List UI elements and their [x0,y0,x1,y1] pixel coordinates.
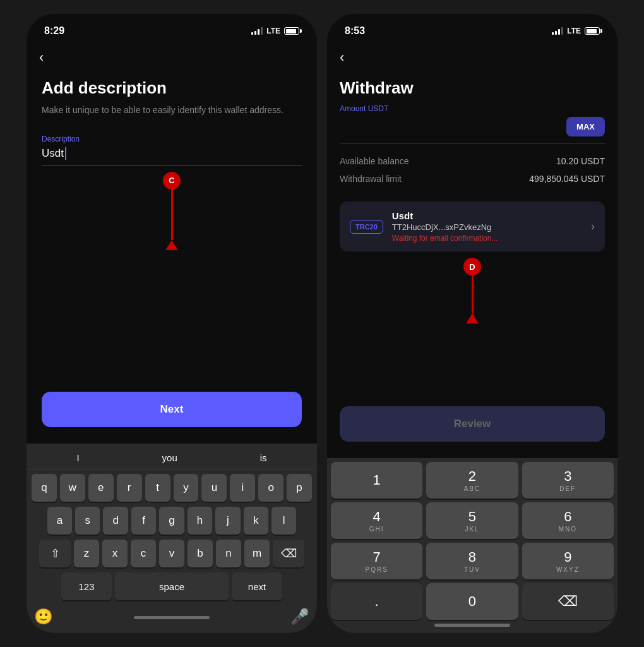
key-2[interactable]: 2ABC [426,462,518,499]
key-w[interactable]: w [60,474,85,502]
key-x[interactable]: x [102,540,128,567]
key-p[interactable]: p [287,474,312,502]
wallet-status: Waiting for email confirmation... [392,234,582,243]
key-9[interactable]: 9WXYZ [522,543,614,579]
keyboard-row-1: q w e r t y u i o p [32,474,312,502]
back-arrow-left[interactable]: ‹ [39,49,44,65]
trc20-badge: TRC20 [350,220,383,234]
review-button[interactable]: Review [340,406,605,442]
home-indicator-right [434,624,510,627]
key-i[interactable]: i [230,474,255,502]
back-arrow-right[interactable]: ‹ [340,49,344,65]
key-backspace[interactable]: ⌫ [273,540,304,567]
keyboard-row-4: 123 space next [32,572,312,600]
key-v[interactable]: v [159,540,184,567]
wallet-name: Usdt [392,210,582,221]
key-b[interactable]: b [188,540,213,567]
wallet-card[interactable]: TRC20 Usdt TT2HuccDjX...sxPZvkezNg Waiti… [340,202,605,251]
wallet-chevron-icon: › [591,220,595,233]
key-num-backspace[interactable]: ⌫ [522,583,614,620]
key-f[interactable]: f [131,507,156,535]
key-1[interactable]: 1 [331,462,422,499]
keyboard-row-2: a s d f g h j k l [32,507,312,535]
key-a[interactable]: a [47,507,72,535]
key-s[interactable]: s [75,507,100,535]
keyboard-suggestions: I you is [29,449,314,470]
battery-icon-left [284,27,299,35]
key-space[interactable]: space [115,572,229,600]
battery-icon-right [585,27,600,35]
key-u[interactable]: u [201,474,227,502]
suggestion-3[interactable]: is [260,452,267,463]
status-icons-left: LTE [251,27,299,35]
max-button[interactable]: MAX [566,117,605,136]
status-time-left: 8:29 [44,25,64,37]
lte-label-left: LTE [266,27,280,35]
key-m[interactable]: m [244,540,270,567]
key-h[interactable]: h [188,507,212,535]
mic-icon[interactable]: 🎤 [290,608,309,626]
wallet-address: TT2HuccDjX...sxPZvkezNg [392,222,582,232]
available-balance-label: Available balance [340,156,409,166]
key-dot[interactable]: . [331,583,422,620]
wallet-info: Usdt TT2HuccDjX...sxPZvkezNg Waiting for… [392,210,582,243]
key-6[interactable]: 6MNO [522,502,614,539]
nav-back-right[interactable]: ‹ [327,44,617,68]
key-0[interactable]: 0 [426,583,518,620]
keyboard-row-3: ⇧ z x c v b n m ⌫ [32,540,312,567]
page-title-right: Withdraw [340,78,605,98]
status-icons-right: LTE [552,27,600,35]
suggestion-2[interactable]: you [162,452,177,463]
key-e[interactable]: e [88,474,114,502]
key-q[interactable]: q [32,474,57,502]
num-row-3: 7PQRS 8TUV 9WXYZ [331,543,614,579]
withdrawal-limit-label: Withdrawal limit [340,174,402,184]
num-row-2: 4GHI 5JKL 6MNO [331,502,614,539]
signal-icon-right [552,27,563,35]
description-field-label: Description [42,135,302,143]
num-keyboard: 1 2ABC 3DEF 4GHI 5JKL 6MNO 7PQRS 8TUV 9W… [327,458,617,633]
withdraw-screen: Withdraw Amount USDT MAX Available balan… [327,68,617,458]
key-g[interactable]: g [159,507,184,535]
left-phone: 8:29 LTE ‹ Add description Make it uniqu… [27,14,317,633]
annotation-badge-c: C [163,172,181,190]
right-phone: 8:53 LTE ‹ Withdraw Amount USDT MAX Avai… [327,14,617,633]
key-shift[interactable]: ⇧ [39,540,71,567]
key-4[interactable]: 4GHI [331,502,422,539]
key-y[interactable]: y [174,474,199,502]
num-row-1: 1 2ABC 3DEF [331,462,614,499]
key-d[interactable]: d [103,507,128,535]
key-l[interactable]: l [271,507,296,535]
description-input[interactable]: Usdt [42,147,302,166]
emoji-icon[interactable]: 🙂 [34,608,53,626]
available-balance-value: 10.20 USDT [556,156,605,166]
key-z[interactable]: z [74,540,99,567]
suggestion-1[interactable]: I [76,452,79,463]
annotation-area-d: D [340,251,605,406]
next-button[interactable]: Next [42,392,302,427]
home-indicator-left [134,616,210,619]
key-7[interactable]: 7PQRS [331,543,422,579]
key-next[interactable]: next [232,572,282,600]
key-n[interactable]: n [216,540,241,567]
status-bar-right: 8:53 LTE [327,14,617,44]
key-o[interactable]: o [258,474,283,502]
key-3[interactable]: 3DEF [522,462,614,499]
description-value: Usdt [42,147,64,160]
key-5[interactable]: 5JKL [426,502,518,539]
key-c[interactable]: c [131,540,156,567]
key-k[interactable]: k [244,507,268,535]
key-8[interactable]: 8TUV [426,543,518,579]
withdrawal-limit-value: 499,850.045 USDT [529,174,605,184]
annotation-arrow-c [165,190,178,250]
annotation-arrow-d [466,275,479,324]
key-t[interactable]: t [145,474,170,502]
nav-back-left[interactable]: ‹ [27,44,317,68]
key-123[interactable]: 123 [61,572,112,600]
text-cursor [65,147,66,160]
lte-label-right: LTE [567,27,581,35]
add-description-screen: Add description Make it unique to be abl… [27,68,317,444]
key-j[interactable]: j [215,507,240,535]
annotation-area-c: C [42,166,302,392]
key-r[interactable]: r [117,474,142,502]
